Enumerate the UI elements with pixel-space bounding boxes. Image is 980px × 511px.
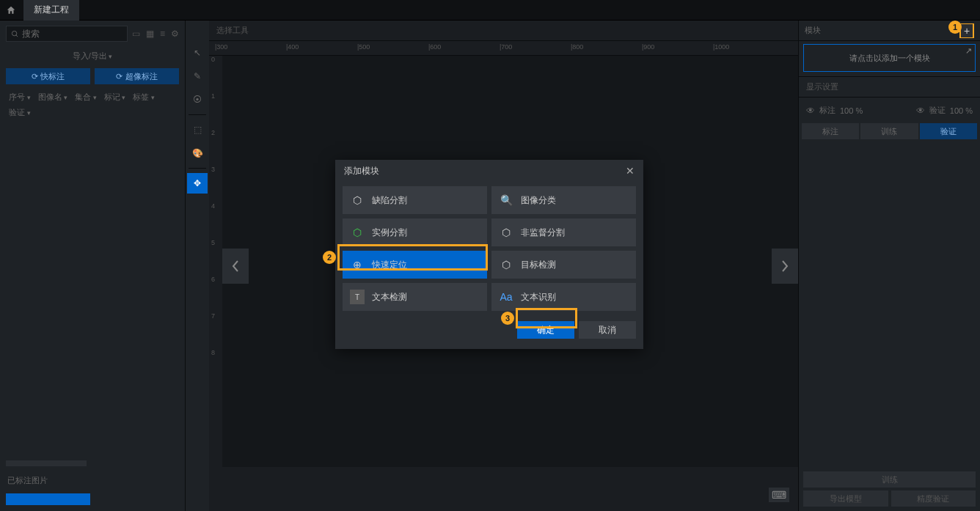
annotation-visibility[interactable]: 👁 标注 100 % <box>806 105 863 116</box>
folder-icon[interactable]: ▭ <box>132 29 140 39</box>
callout-1-number: 1 <box>948 21 962 34</box>
target-icon: ⊕ <box>350 257 365 272</box>
svg-line-1 <box>16 34 18 36</box>
eye-icon: 👁 <box>806 106 815 116</box>
canvas-toolbar-title: 选择工具 <box>209 21 798 41</box>
keyboard-icon[interactable]: ⌨ <box>769 488 789 502</box>
opt-text-detect[interactable]: T文本检测 <box>343 283 487 311</box>
right-panel: 模块 + 请点击以添加一个模块 ↗ 显示设置 👁 标注 100 % 👁 验证 1… <box>798 21 980 511</box>
hex-icon: ⬡ <box>350 225 365 240</box>
callout-1-box: + <box>959 23 974 38</box>
quick-label-button[interactable]: ⟳ 快标注 <box>6 68 90 84</box>
add-module-button[interactable]: + <box>961 24 973 37</box>
opt-instance-segmentation[interactable]: ⬡实例分割 <box>343 218 487 246</box>
add-module-dialog: 添加模块 ✕ ⬡缺陷分割 🔍图像分类 ⬡实例分割 ⬡非监督分割 ⊕快速定位 ⬡目… <box>335 160 643 349</box>
superpixel-label-button[interactable]: ⟳ 超像标注 <box>95 68 179 84</box>
magnify-icon: 🔍 <box>499 193 513 207</box>
close-icon[interactable]: ✕ <box>626 165 635 177</box>
eye-icon: 👁 <box>916 106 925 116</box>
search-input[interactable]: 搜索 <box>6 26 128 42</box>
project-tab[interactable]: 新建工程 <box>23 0 79 21</box>
text-icon: T <box>350 290 365 304</box>
filter-mark[interactable]: 标记 <box>101 90 129 104</box>
shape-tool[interactable]: ⬚ <box>187 120 208 140</box>
filter-name[interactable]: 图像名 <box>35 90 71 104</box>
grid-icon[interactable]: ▦ <box>146 29 154 39</box>
move-tool[interactable]: ✥ <box>187 173 208 194</box>
tab-annotate[interactable]: 标注 <box>802 123 859 139</box>
modules-title: 模块 <box>805 25 821 36</box>
filter-tag[interactable]: 标签 <box>130 90 158 104</box>
hex-icon: ⬡ <box>499 225 513 240</box>
filter-verify[interactable]: 验证 <box>6 106 34 120</box>
export-model-button[interactable]: 导出模型 <box>803 490 888 507</box>
brush-tool[interactable]: ⦿ <box>187 89 208 110</box>
ruler-horizontal: |300 |400 |500 |600 |700 |800 |900 |1000 <box>209 41 798 56</box>
opt-defect-segmentation[interactable]: ⬡缺陷分割 <box>343 186 487 214</box>
palette-tool[interactable]: 🎨 <box>187 143 208 163</box>
callout-2-number: 2 <box>323 251 336 264</box>
pointer-tool[interactable]: ↖ <box>187 43 208 63</box>
svg-point-0 <box>12 31 16 35</box>
pen-tool[interactable]: ✎ <box>187 66 208 87</box>
top-tab-bar: 新建工程 <box>0 0 980 21</box>
opt-fast-locate[interactable]: ⊕快速定位 <box>343 251 487 279</box>
opt-unsupervised-seg[interactable]: ⬡非监督分割 <box>491 218 636 246</box>
opt-image-classify[interactable]: 🔍图像分类 <box>491 186 636 214</box>
filter-bar: 序号 图像名 集合 标记 标签 验证 <box>0 90 185 124</box>
search-placeholder: 搜索 <box>22 28 40 40</box>
left-panel: 搜索 ▭ ▦ ≡ ⚙ 导入/导出 ⟳ 快标注 ⟳ 超像标注 序号 图像名 集合 … <box>0 21 186 511</box>
dialog-title: 添加模块 <box>344 165 379 177</box>
prev-image-button[interactable] <box>222 249 249 284</box>
tab-verify[interactable]: 验证 <box>920 123 977 139</box>
cancel-button[interactable]: 取消 <box>579 321 636 339</box>
progress-bar <box>6 493 90 505</box>
list-icon[interactable]: ≡ <box>160 29 165 39</box>
next-image-button[interactable] <box>772 249 798 284</box>
opt-object-detect[interactable]: ⬡目标检测 <box>491 251 636 279</box>
scrollbar[interactable] <box>6 460 87 466</box>
callout-3-number: 3 <box>501 312 514 325</box>
ok-button[interactable]: 确定 <box>517 321 574 339</box>
hex-icon: ⬡ <box>350 193 365 207</box>
filter-icon[interactable]: ⚙ <box>171 29 179 39</box>
train-button[interactable]: 训练 <box>803 471 976 488</box>
filter-index[interactable]: 序号 <box>6 90 34 104</box>
aa-icon: Aa <box>499 290 513 304</box>
precision-verify-button[interactable]: 精度验证 <box>891 490 976 507</box>
import-export-menu[interactable]: 导入/导出 <box>0 47 185 65</box>
display-settings-header: 显示设置 <box>799 76 980 98</box>
filter-set[interactable]: 集合 <box>72 90 100 104</box>
tab-train[interactable]: 训练 <box>860 123 918 139</box>
verify-visibility[interactable]: 👁 验证 100 % <box>916 105 973 116</box>
hex-icon: ⬡ <box>499 257 513 272</box>
home-icon[interactable] <box>0 0 22 21</box>
ruler-vertical: 0 1 2 3 4 5 6 7 8 <box>209 56 222 467</box>
add-module-hint[interactable]: 请点击以添加一个模块 ↗ <box>803 44 976 72</box>
tool-strip: ↖ ✎ ⦿ ⬚ 🎨 ✥ <box>186 21 209 511</box>
opt-text-recognize[interactable]: Aa文本识别 <box>491 283 636 311</box>
labeled-images-header: 已标注图片 <box>0 471 185 490</box>
